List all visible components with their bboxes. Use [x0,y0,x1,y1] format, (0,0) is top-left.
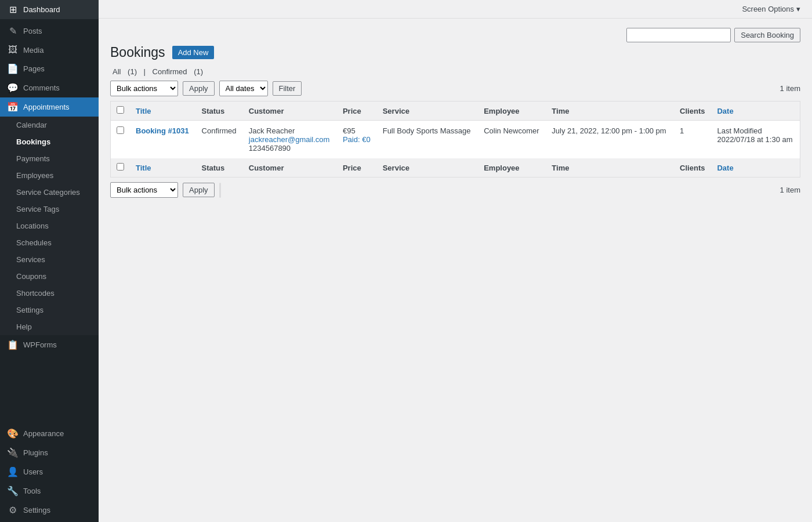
item-count-bottom: 1 item [780,186,800,194]
col-header-status: Status [196,102,243,121]
sidebar-item-dashboard[interactable]: ⊞ Dashboard [0,0,99,19]
sidebar-item-appearance[interactable]: 🎨 Appearance [0,424,99,443]
bulk-actions-select[interactable]: Bulk actions Move to Trash [110,81,178,96]
footer-col-title: Title [130,158,196,177]
sidebar-item-label: Dashboard [23,5,60,14]
sidebar-item-label: Comments [23,84,60,92]
sidebar-item-wpforms[interactable]: 📋 WPForms [0,335,99,354]
col-header-customer: Customer [243,102,337,121]
footer-col-service: Service [377,158,478,177]
sidebar-item-settings[interactable]: Settings [0,302,99,318]
select-all-checkbox[interactable] [117,106,124,114]
customer-phone: 1234567890 [249,144,291,153]
appearance-icon: 🎨 [7,428,19,439]
col-header-service: Service [377,102,478,121]
date-filter-select[interactable]: All dates [219,81,268,96]
status-all-link[interactable]: All (1) [110,67,142,76]
sidebar-item-media[interactable]: 🖼 Media [0,41,99,59]
col-header-title: Title [130,102,196,121]
filter-button[interactable]: Filter [273,81,302,96]
sidebar-item-payments[interactable]: Payments [0,150,99,167]
title-sort-link[interactable]: Title [136,107,151,115]
chevron-down-icon: ▾ [796,5,800,13]
sidebar-item-bookings[interactable]: Bookings [0,133,99,150]
search-booking-button[interactable]: Search Booking [734,28,800,42]
pages-icon: 📄 [7,63,19,74]
sidebar-item-comments[interactable]: 💬 Comments [0,78,99,97]
bulk-actions-select-bottom[interactable]: Bulk actions Move to Trash [110,182,178,198]
col-header-price: Price [337,102,377,121]
page-title: Bookings [110,45,165,60]
settings-icon: ⚙ [7,505,19,516]
footer-col-status: Status [196,158,243,177]
date-label: Last Modified [717,126,794,135]
tools-label: Tools [23,487,41,495]
select-all-footer-checkbox[interactable] [117,163,124,171]
row-date-cell: Last Modified 2022/07/18 at 1:30 am [711,121,800,159]
wpforms-icon: 📋 [7,339,19,350]
appointments-icon: 📅 [7,102,19,113]
sidebar-item-help[interactable]: Help [0,318,99,335]
row-status-cell: Confirmed [196,121,243,159]
table-footer-row: Title Status Customer Price Service Empl… [111,158,800,177]
page-content: Search Booking Bookings Add New All (1) … [99,19,812,522]
users-icon: 👤 [7,466,19,477]
row-checkbox-cell [111,121,130,159]
sidebar-item-service-tags[interactable]: Service Tags [0,201,99,217]
sidebar-bottom-section: 🎨 Appearance 🔌 Plugins 👤 Users 🔧 Tools ⚙… [0,422,99,522]
sidebar-item-tools[interactable]: 🔧 Tools [0,481,99,501]
help-label: Help [16,322,32,331]
wpforms-label: WPForms [23,340,57,349]
footer-col-time: Time [546,158,674,177]
sidebar-item-settings-bottom[interactable]: ⚙ Settings [0,501,99,520]
sidebar-item-services[interactable]: Services [0,251,99,268]
footer-col-price: Price [337,158,377,177]
row-service-cell: Full Body Sports Massage [377,121,478,159]
sidebar-item-shortcodes[interactable]: Shortcodes [0,285,99,302]
sidebar-item-pages[interactable]: 📄 Pages [0,59,99,78]
coupons-label: Coupons [16,272,46,281]
apply-button-bottom[interactable]: Apply [183,183,215,197]
booking-title-link[interactable]: Booking #1031 [136,126,189,135]
service-tags-label: Service Tags [16,205,59,213]
settings-label: Settings [16,306,44,314]
screen-options-button[interactable]: Screen Options ▾ [737,2,805,16]
row-price-cell: €95 Paid: €0 [337,121,377,159]
footer-date-sort-link[interactable]: Date [717,164,733,172]
sidebar-item-service-categories[interactable]: Service Categories [0,184,99,201]
add-new-button[interactable]: Add New [172,46,215,59]
table-header-row: Title Status Customer Price Service Empl… [111,102,800,121]
apply-button-top[interactable]: Apply [183,81,215,96]
sidebar-item-appointments[interactable]: 📅 Appointments [0,97,99,117]
footer-title-sort-link[interactable]: Title [136,164,151,172]
sidebar-item-posts[interactable]: ✎ Posts [0,21,99,41]
col-header-clients: Clients [674,102,711,121]
sidebar-item-schedules[interactable]: Schedules [0,234,99,251]
main-content: Screen Options ▾ Search Booking Bookings… [99,0,812,522]
select-all-footer [111,158,130,177]
col-header-time: Time [546,102,674,121]
employees-label: Employees [16,171,53,180]
paid-value: Paid: €0 [343,135,371,144]
sidebar-item-plugins[interactable]: 🔌 Plugins [0,443,99,462]
sidebar-item-calendar[interactable]: Calendar [0,117,99,133]
screen-options-label: Screen Options [742,5,794,13]
customer-email-link[interactable]: jackreacher@gmail.com [249,135,330,144]
service-categories-label: Service Categories [16,188,80,197]
footer-col-employee: Employee [478,158,546,177]
sidebar-item-locations[interactable]: Locations [0,217,99,234]
sidebar-item-users[interactable]: 👤 Users [0,462,99,481]
date-sort-link[interactable]: Date [717,107,733,115]
status-separator: | [144,67,146,76]
sidebar-main-section: ✎ Posts 🖼 Media 📄 Pages 💬 Comments 📅 App… [0,19,99,357]
sidebar-item-coupons[interactable]: Coupons [0,268,99,285]
sidebar-item-employees[interactable]: Employees [0,167,99,184]
item-count-top: 1 item [780,84,800,93]
topbar: Screen Options ▾ [99,0,812,19]
status-confirmed-link[interactable]: Confirmed (1) [150,67,205,76]
page-header: Bookings Add New [110,45,800,60]
select-all-header [111,102,130,121]
row-select-checkbox[interactable] [117,126,124,134]
sidebar-item-label: Appointments [23,103,70,111]
search-input[interactable] [626,28,731,42]
